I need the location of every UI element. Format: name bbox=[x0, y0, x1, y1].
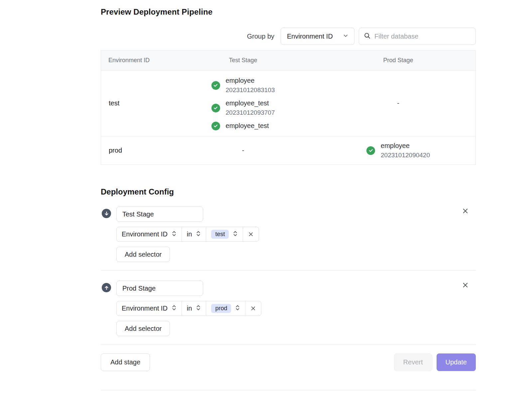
selector-value-tag: prod bbox=[211, 304, 231, 313]
remove-stage-icon[interactable] bbox=[461, 206, 469, 215]
chevrons-up-down-icon bbox=[196, 231, 201, 238]
group-by-label: Group by bbox=[247, 33, 274, 40]
selector-value-select[interactable]: prod bbox=[206, 301, 245, 316]
column-header-test-stage: Test Stage bbox=[165, 57, 321, 64]
column-header-prod-stage: Prod Stage bbox=[321, 57, 475, 64]
database-version: 20231012093707 bbox=[226, 108, 275, 117]
pipeline-table: Environment ID Test Stage Prod Stage tes… bbox=[101, 50, 476, 165]
add-selector-button[interactable]: Add selector bbox=[116, 321, 170, 336]
bottom-divider bbox=[101, 390, 476, 390]
database-item[interactable]: employee 20231012083103 bbox=[211, 76, 275, 95]
selector-row: Environment ID in prod bbox=[116, 301, 261, 316]
selector-row: Environment ID in test bbox=[116, 227, 259, 242]
group-by-select[interactable]: Environment ID bbox=[281, 28, 354, 45]
selector-operator-value: in bbox=[187, 305, 192, 312]
database-name: employee bbox=[381, 141, 430, 151]
stage-divider bbox=[101, 270, 476, 271]
selector-value-tag: test bbox=[211, 230, 229, 239]
check-circle-icon bbox=[211, 81, 220, 90]
environment-label: prod bbox=[101, 147, 165, 154]
stage-config-prod: Environment ID in prod bbox=[101, 281, 476, 336]
prod-stage-cell: employee 20231012090420 bbox=[321, 141, 475, 160]
add-selector-button[interactable]: Add selector bbox=[116, 247, 170, 262]
filter-database-box bbox=[359, 28, 476, 45]
arrow-down-circle-icon bbox=[102, 209, 111, 218]
check-circle-icon bbox=[366, 146, 375, 155]
check-circle-icon bbox=[211, 122, 220, 130]
database-text: employee 20231012083103 bbox=[226, 76, 275, 95]
table-row-test: test employee 20231012083103 bbox=[101, 70, 475, 136]
selector-value-select[interactable]: test bbox=[206, 227, 243, 241]
database-text: employee 20231012090420 bbox=[381, 141, 430, 160]
database-version: 20231012083103 bbox=[226, 85, 275, 95]
config-actions: Add stage Revert Update bbox=[101, 353, 476, 371]
database-list: employee 20231012090420 bbox=[366, 141, 430, 160]
database-text: employee_test bbox=[226, 121, 269, 131]
environment-label: test bbox=[101, 99, 165, 107]
database-version: 20231012090420 bbox=[381, 151, 430, 160]
database-list: employee 20231012083103 employee_test 20… bbox=[211, 76, 275, 131]
database-name: employee bbox=[226, 76, 275, 85]
selector-key-select[interactable]: Environment ID bbox=[117, 227, 182, 241]
remove-stage-icon[interactable] bbox=[461, 281, 469, 289]
check-circle-icon bbox=[211, 104, 220, 112]
search-icon bbox=[364, 32, 371, 41]
remove-selector-icon[interactable] bbox=[245, 301, 261, 316]
revert-button[interactable]: Revert bbox=[394, 353, 432, 371]
selector-key-select[interactable]: Environment ID bbox=[117, 301, 182, 316]
stage-config-test: Environment ID in test bbox=[101, 206, 476, 262]
test-stage-cell: - bbox=[165, 147, 321, 154]
remove-selector-icon[interactable] bbox=[243, 227, 259, 241]
add-stage-button[interactable]: Add stage bbox=[101, 353, 150, 371]
arrow-up-circle-icon bbox=[102, 283, 111, 292]
chevrons-up-down-icon bbox=[172, 305, 177, 312]
prod-stage-cell: - bbox=[321, 99, 475, 107]
empty-stage-dash: - bbox=[397, 99, 399, 107]
stage-name-input[interactable] bbox=[116, 281, 203, 296]
pipeline-table-header: Environment ID Test Stage Prod Stage bbox=[101, 51, 475, 70]
page-title: Preview Deployment Pipeline bbox=[101, 7, 476, 17]
selector-key-value: Environment ID bbox=[122, 305, 168, 312]
selector-operator-value: in bbox=[187, 230, 192, 238]
stage-name-input[interactable] bbox=[116, 206, 203, 222]
chevrons-up-down-icon bbox=[235, 305, 240, 312]
selector-operator-select[interactable]: in bbox=[182, 227, 206, 241]
test-stage-cell: employee 20231012083103 employee_test 20… bbox=[165, 76, 321, 131]
main-content: Preview Deployment Pipeline Group by Env… bbox=[101, 0, 476, 390]
deployment-config-title: Deployment Config bbox=[101, 187, 476, 197]
actions-divider bbox=[101, 344, 476, 345]
chevrons-up-down-icon bbox=[233, 231, 238, 238]
database-item[interactable]: employee_test bbox=[211, 121, 269, 131]
empty-stage-dash: - bbox=[242, 147, 244, 154]
chevron-down-icon bbox=[342, 33, 349, 40]
group-by-value: Environment ID bbox=[287, 33, 333, 40]
filter-database-input[interactable] bbox=[374, 33, 471, 40]
update-button[interactable]: Update bbox=[437, 353, 476, 371]
database-name: employee_test bbox=[226, 121, 269, 131]
right-actions: Revert Update bbox=[394, 353, 476, 371]
table-row-prod: prod - employee 20231012090420 bbox=[101, 136, 475, 165]
selector-operator-select[interactable]: in bbox=[182, 301, 206, 316]
database-item[interactable]: employee 20231012090420 bbox=[366, 141, 430, 160]
chevrons-up-down-icon bbox=[172, 231, 177, 238]
pipeline-toolbar: Group by Environment ID bbox=[101, 28, 476, 45]
selector-key-value: Environment ID bbox=[122, 230, 168, 238]
chevrons-up-down-icon bbox=[196, 305, 201, 312]
database-text: employee_test 20231012093707 bbox=[226, 98, 275, 117]
database-name: employee_test bbox=[226, 98, 275, 108]
column-header-environment: Environment ID bbox=[101, 57, 165, 64]
database-item[interactable]: employee_test 20231012093707 bbox=[211, 98, 275, 117]
